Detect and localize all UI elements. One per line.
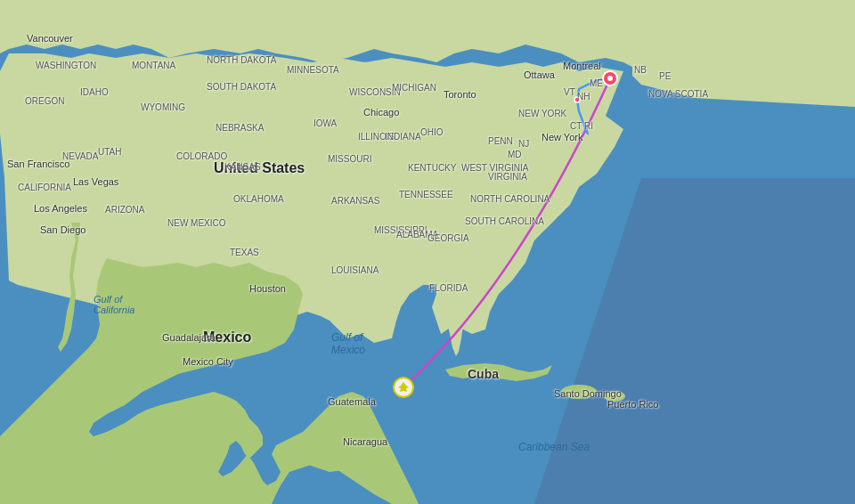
svg-point-11 bbox=[607, 76, 613, 81]
svg-point-12 bbox=[574, 97, 580, 102]
map-container: United States Mexico WASHINGTON OREGON C… bbox=[0, 0, 855, 504]
svg-point-7 bbox=[604, 391, 625, 402]
svg-point-6 bbox=[561, 385, 597, 399]
